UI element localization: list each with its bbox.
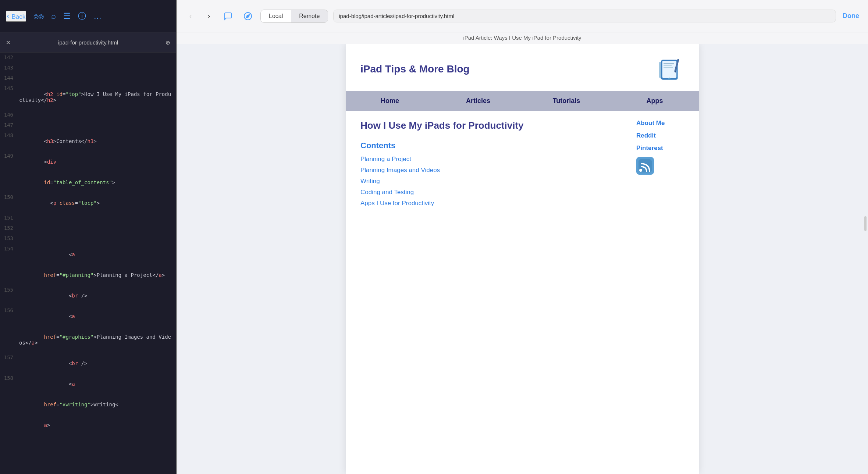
webpage-frame: iPad Tips & More Blog [346,44,699,474]
comment-icon-button[interactable] [221,9,235,24]
code-line-147: 147 [0,121,176,131]
code-line-152: 152 [0,224,176,234]
file-tab-name: ipad-for-productivity.html [58,39,118,46]
done-button[interactable]: Done [841,9,861,23]
browser-subtitle: iPad Article: Ways I Use My iPad for Pro… [177,32,868,44]
svg-rect-8 [664,65,672,66]
svg-point-6 [668,78,670,80]
browser-toolbar: ‹ › Local Remote Done [177,0,868,32]
blog-title: iPad Tips & More Blog [360,63,470,75]
svg-rect-7 [664,63,674,64]
code-line-155: 155 <br /> [0,285,176,306]
close-tab-button[interactable]: ✕ [6,39,11,46]
nav-home[interactable]: Home [346,91,434,111]
toc-writing[interactable]: Writing [360,178,618,185]
webpage-header: iPad Tips & More Blog [346,44,699,91]
list-icon-button[interactable]: ☰ [63,11,71,21]
sidebar-reddit[interactable]: Reddit [636,132,688,139]
editor-file-tab: ✕ ipad-for-productivity.html ⊕ [0,32,176,53]
code-line-154b: href="#planning">Planning a Project</a> [0,265,176,285]
more-icon-button[interactable]: … [93,11,102,21]
browser-forward-button[interactable]: › [202,10,216,23]
toc-coding-testing[interactable]: Coding and Testing [360,189,618,196]
code-line-153: 153 [0,234,176,244]
code-line-158b: href="#writing">Writing< [0,394,176,415]
toc-apps-productivity[interactable]: Apps I Use for Productivity [360,200,618,207]
code-line-157: 157 <br /> [0,353,176,374]
code-line-145: 145 <h2 id="top">How I Use My iPads for … [0,84,176,110]
svg-marker-1 [246,14,249,17]
browser-back-button[interactable]: ‹ [184,10,197,23]
sidebar: About Me Reddit Pinterest [633,120,691,211]
contents-heading: Contents [360,141,618,150]
code-line-158c: a> [0,415,176,435]
code-line-149b: id="table_of_contents"> [0,172,176,193]
toc-planning-project[interactable]: Planning a Project [360,156,618,163]
code-line-149: 149 <div [0,152,176,172]
svg-rect-9 [664,67,673,68]
nav-bar: Home Articles Tutorials Apps [346,91,699,111]
local-toggle-button[interactable]: Local [261,10,291,22]
svg-point-14 [639,169,642,172]
local-remote-toggle: Local Remote [260,10,328,23]
nav-tutorials[interactable]: Tutorials [522,91,611,111]
code-line-156b: href="#graphics">Planning Images and Vid… [0,327,176,353]
code-line-156: 156 <a [0,306,176,327]
scroll-handle[interactable] [864,216,867,231]
blog-logo [655,54,684,84]
nav-articles[interactable]: Articles [434,91,522,111]
editor-topbar: ‹ Back ⌾⌾ ⌕ ☰ ⓘ … [0,0,176,32]
pin-icon: ⊕ [166,39,170,46]
code-line-150: 150 <p class="tocp"> [0,193,176,213]
code-editor-panel: ‹ Back ⌾⌾ ⌕ ☰ ⓘ … ✕ ipad-for-productivit… [0,0,177,474]
back-label: Back [11,13,25,20]
code-line-148: 148 <h3>Contents</h3> [0,131,176,152]
editor-topbar-left: ‹ Back ⌾⌾ ⌕ ☰ ⓘ … [6,11,102,22]
code-line-143: 143 [0,63,176,74]
code-line-142: 142 [0,53,176,63]
back-button[interactable]: ‹ Back [6,11,26,22]
article-title: How I Use My iPads for Productivity [360,120,618,132]
article-body: How I Use My iPads for Productivity Cont… [353,120,625,211]
code-line-146: 146 [0,110,176,121]
toc-planning-images[interactable]: Planning Images and Videos [360,167,618,174]
glasses-icon-button[interactable]: ⌾⌾ [33,11,44,21]
sidebar-about-me[interactable]: About Me [636,120,688,127]
rss-icon[interactable] [636,157,654,175]
browser-preview-panel: ‹ › Local Remote Done iPad Article: Ways… [177,0,868,474]
search-icon-button[interactable]: ⌕ [51,11,56,21]
code-line-144: 144 [0,74,176,84]
code-line-151: 151 [0,213,176,224]
code-line-154: 154 <a [0,244,176,265]
remote-toggle-button[interactable]: Remote [291,10,328,22]
code-area[interactable]: 142 143 144 145 <h2 id="top">How I Use M… [0,53,176,474]
sidebar-pinterest[interactable]: Pinterest [636,145,688,152]
url-bar[interactable] [333,10,836,22]
browser-content[interactable]: iPad Tips & More Blog [177,44,868,474]
main-content-area: How I Use My iPads for Productivity Cont… [346,120,699,211]
info-icon-button[interactable]: ⓘ [78,11,86,22]
rss-icon-container [636,157,688,176]
nav-apps[interactable]: Apps [611,91,699,111]
compass-icon-button[interactable] [241,9,255,24]
code-line-158: 158 <a [0,374,176,394]
